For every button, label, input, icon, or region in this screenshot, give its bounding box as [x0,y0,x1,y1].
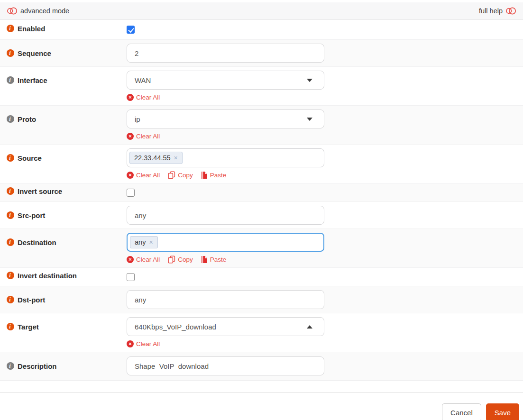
shaper-rule-edit-form: advanced mode full help i Enabled i Sequ… [0,0,523,420]
destination-token-input[interactable]: any × [127,233,324,252]
chevron-up-icon [307,325,312,329]
clear-all-icon: × [127,133,134,140]
destination-copy-link[interactable]: Copy [168,256,193,264]
info-icon[interactable]: i [7,154,14,162]
form-row-dst-port: i Dst-port [0,286,523,313]
description-input[interactable] [127,356,324,375]
target-select[interactable]: 640Kbps_VoIP_download [127,317,324,336]
clear-all-icon: × [127,340,134,347]
form-row-enabled: i Enabled [0,20,523,40]
source-token-input[interactable]: 22.33.44.55 × [127,148,324,167]
field-label-invert-source: Invert source [18,187,62,195]
form-row-target: i Target 640Kbps_VoIP_download × Clear A… [0,313,523,352]
info-icon[interactable]: i [7,115,14,123]
save-button[interactable]: Save [486,403,519,420]
interface-select[interactable]: WAN [127,71,324,90]
info-icon[interactable]: i [7,187,14,195]
cancel-button[interactable]: Cancel [442,403,481,420]
form-footer: Cancel Save [0,393,523,420]
source-copy-link[interactable]: Copy [168,171,193,179]
info-icon[interactable]: i [7,362,14,370]
clear-all-icon: × [127,256,134,263]
form-row-description: i Description [0,352,523,381]
form-row-source: i Source 22.33.44.55 × × Clear All [0,145,523,183]
toggle-off-icon [505,7,516,15]
destination-token: any × [130,236,158,248]
proto-select[interactable]: ip [127,110,324,128]
advanced-mode-label: advanced mode [20,7,69,15]
field-label-enabled: Enabled [18,25,45,33]
info-icon[interactable]: i [7,49,14,57]
invert-destination-checkbox[interactable] [127,273,135,281]
form-row-src-port: i Src-port [0,202,523,229]
field-label-sequence: Sequence [18,49,51,57]
destination-clear-all-link[interactable]: × Clear All [127,256,160,263]
field-label-interface: Interface [18,76,47,84]
field-label-proto: Proto [18,115,36,123]
info-icon[interactable]: i [7,76,14,84]
interface-clear-all-link[interactable]: × Clear All [127,94,160,101]
proto-clear-all-link[interactable]: × Clear All [127,133,160,140]
form-row-proto: i Proto ip × Clear All [0,106,523,145]
field-label-source: Source [18,154,42,162]
field-label-dst-port: Dst-port [18,296,45,304]
info-icon[interactable]: i [7,211,14,219]
token-remove-icon[interactable]: × [149,239,153,246]
form-row-invert-destination: i Invert destination [0,268,523,286]
paste-icon [201,256,208,264]
field-label-target: Target [18,323,39,331]
copy-icon [168,256,175,264]
source-clear-all-link[interactable]: × Clear All [127,172,160,179]
form-row-destination: i Destination any × × Clear All [0,229,523,268]
chevron-down-icon [307,79,312,82]
source-token: 22.33.44.55 × [129,152,183,164]
invert-source-checkbox[interactable] [127,189,135,197]
field-label-invert-destination: Invert destination [18,272,77,280]
form-row-sequence: i Sequence [0,40,523,67]
target-clear-all-link[interactable]: × Clear All [127,340,160,347]
token-remove-icon[interactable]: × [174,155,178,161]
form-row-invert-source: i Invert source [0,183,523,202]
paste-icon [201,171,208,179]
src-port-input[interactable] [127,206,324,225]
full-help-label: full help [479,7,503,15]
clear-all-icon: × [127,172,134,179]
field-label-description: Description [18,362,57,370]
info-icon[interactable]: i [7,238,14,246]
form-header-bar: advanced mode full help [0,2,523,20]
info-icon[interactable]: i [7,323,14,330]
proto-select-value: ip [135,115,140,123]
destination-paste-link[interactable]: Paste [201,256,227,264]
field-label-src-port: Src-port [18,211,45,219]
advanced-mode-toggle[interactable]: advanced mode [7,7,69,15]
chevron-down-icon [307,118,312,121]
info-icon[interactable]: i [7,296,14,303]
target-select-value: 640Kbps_VoIP_download [135,323,216,331]
field-label-destination: Destination [18,238,56,247]
clear-all-icon: × [127,94,134,101]
source-paste-link[interactable]: Paste [201,171,227,179]
form-row-interface: i Interface WAN × Clear All [0,67,523,106]
copy-icon [168,171,175,179]
info-icon[interactable]: i [7,25,14,32]
toggle-off-icon [7,7,18,15]
enabled-checkbox[interactable] [127,26,135,34]
sequence-input[interactable] [127,44,324,63]
interface-select-value: WAN [135,76,151,84]
full-help-toggle[interactable]: full help [479,7,516,15]
dst-port-input[interactable] [127,290,324,309]
info-icon[interactable]: i [7,272,14,279]
